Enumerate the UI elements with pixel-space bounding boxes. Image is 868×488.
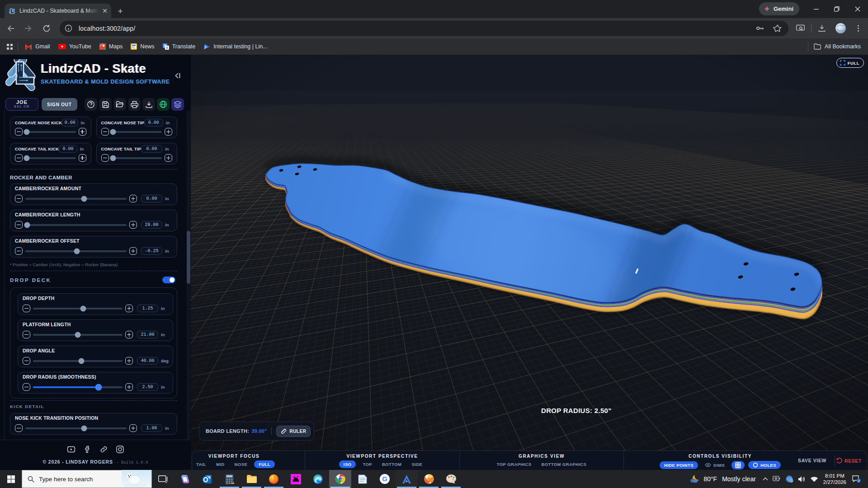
- svg-text:2: 2: [858, 479, 860, 483]
- svg-text:A: A: [166, 46, 168, 49]
- svg-text:G: G: [382, 475, 387, 483]
